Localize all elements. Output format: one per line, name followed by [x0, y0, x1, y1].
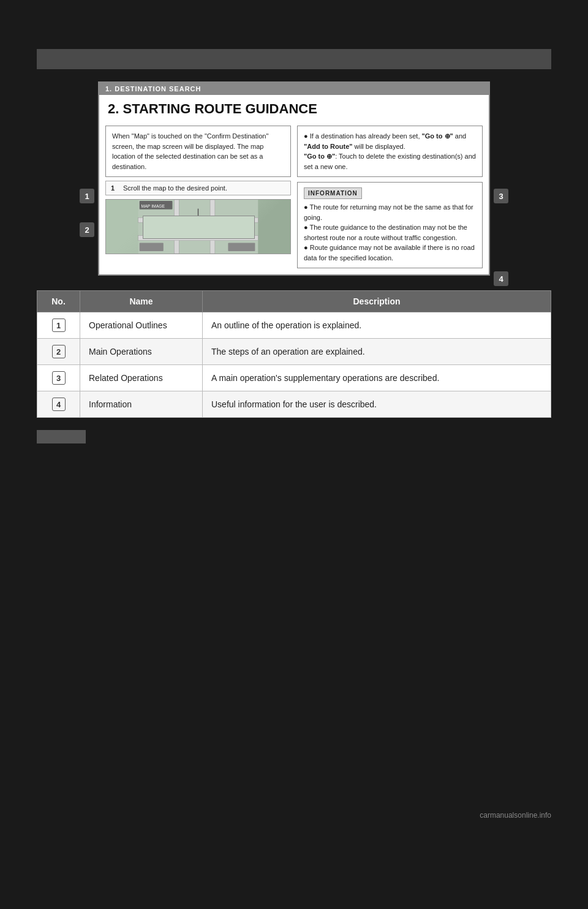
callout-1: 1 — [80, 189, 94, 203]
section-header — [37, 49, 551, 69]
diagram-content: When "Map" is touched on the "Confirm De… — [99, 122, 489, 274]
bottom-section-bar — [37, 430, 86, 443]
outline-box: When "Map" is touched on the "Confirm De… — [105, 126, 291, 177]
step-row: 1 Scroll the map to the desired point. — [105, 181, 291, 195]
num-badge-2: 2 — [52, 345, 66, 358]
num-badge-4: 4 — [52, 398, 66, 411]
table-header-description: Description — [203, 291, 551, 312]
table-cell-name-3: Related Operations — [80, 365, 203, 391]
page-wrapper: 1 2 3 4 1. DESTINATION SEARCH 2. STARTIN… — [0, 0, 588, 909]
svg-text:MAP IMAGE: MAP IMAGE — [141, 204, 165, 208]
svg-rect-3 — [210, 200, 215, 254]
info-label: INFORMATION — [304, 187, 362, 199]
table-row: 2 Main Operations The steps of an operat… — [37, 339, 551, 365]
footer: carmanualsonline.info — [37, 811, 551, 820]
diagram-region: 1 2 3 4 1. DESTINATION SEARCH 2. STARTIN… — [80, 81, 508, 276]
diagram-title: 2. STARTING ROUTE GUIDANCE — [99, 95, 489, 122]
diagram-box: 1. DESTINATION SEARCH 2. STARTING ROUTE … — [98, 81, 490, 276]
table-cell-no-1: 1 — [37, 312, 80, 339]
info-bullet-3: ● Route guidance may not be available if… — [304, 243, 476, 263]
diagram-inner-header: 1. DESTINATION SEARCH — [99, 83, 489, 95]
table-cell-name-2: Main Operations — [80, 339, 203, 365]
step-number: 1 — [111, 184, 119, 192]
info-box: INFORMATION ● The route for returning ma… — [297, 182, 483, 268]
table-row: 4 Information Useful information for the… — [37, 391, 551, 418]
table-cell-desc-4: Useful information for the user is descr… — [203, 391, 551, 418]
num-badge-1: 1 — [52, 319, 66, 332]
table-cell-desc-3: A main operation's supplementary operati… — [203, 365, 551, 391]
callout-2: 2 — [80, 222, 94, 237]
info-bullet-1: ● The route for returning may not be the… — [304, 202, 476, 222]
callout-4: 4 — [494, 271, 508, 286]
map-visual: MAP IMAGE — [106, 200, 290, 254]
table-cell-desc-1: An outline of the operation is explained… — [203, 312, 551, 339]
table-cell-no-3: 3 — [37, 365, 80, 391]
info-list: ● The route for returning may not be the… — [304, 202, 476, 263]
svg-rect-1 — [138, 217, 258, 222]
footer-text: carmanualsonline.info — [480, 811, 551, 820]
table-row: 3 Related Operations A main operation's … — [37, 365, 551, 391]
table-cell-name-4: Information — [80, 391, 203, 418]
map-image: MAP IMAGE — [105, 199, 291, 254]
step-text: Scroll the map to the desired point. — [123, 184, 227, 192]
table-cell-desc-2: The steps of an operation are explained. — [203, 339, 551, 365]
info-table: No. Name Description 1 Operational Outli… — [37, 290, 551, 418]
table-cell-no-2: 2 — [37, 339, 80, 365]
svg-point-5 — [192, 221, 205, 233]
table-cell-no-4: 4 — [37, 391, 80, 418]
left-panel: When "Map" is touched on the "Confirm De… — [105, 126, 291, 268]
svg-rect-2 — [174, 200, 179, 254]
table-header-name: Name — [80, 291, 203, 312]
info-bullet-2: ● The route guidance to the destination … — [304, 222, 476, 243]
svg-rect-4 — [138, 236, 258, 241]
svg-rect-11 — [228, 243, 255, 251]
table-row: 1 Operational Outlines An outline of the… — [37, 312, 551, 339]
outline-text: When "Map" is touched on the "Confirm De… — [112, 132, 268, 170]
right-panel: ● If a destination has already been set,… — [297, 126, 483, 268]
related-ops-box: ● If a destination has already been set,… — [297, 126, 483, 177]
num-badge-3: 3 — [52, 371, 66, 385]
callout-3: 3 — [494, 189, 508, 203]
map-svg: MAP IMAGE — [106, 200, 290, 254]
svg-rect-10 — [140, 243, 164, 251]
svg-point-7 — [197, 225, 200, 228]
related-ops-text: ● If a destination has already been set,… — [304, 131, 476, 172]
table-header-no: No. — [37, 291, 80, 312]
table-cell-name-1: Operational Outlines — [80, 312, 203, 339]
